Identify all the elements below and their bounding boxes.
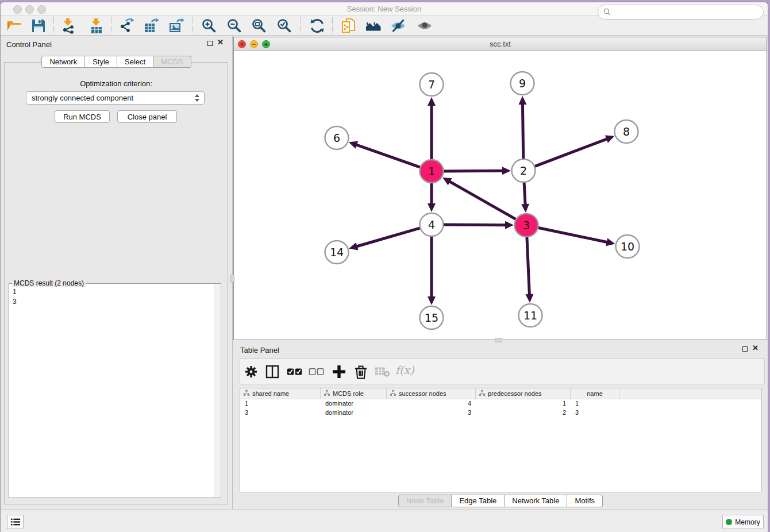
memory-status-icon <box>726 519 732 525</box>
hide-selected-icon[interactable] <box>390 18 406 34</box>
close-table-panel-icon[interactable]: ✕ <box>752 344 759 352</box>
panel-splitter-handle[interactable] <box>230 275 234 282</box>
optimization-criterion-value: strongly connected component <box>32 94 133 102</box>
node-label-9: 9 <box>519 77 526 90</box>
table-row[interactable]: 1dominator411 <box>240 399 761 408</box>
control-panel: Control Panel ✕ NetworkStyleSelectMCDS O… <box>1 36 233 509</box>
network-window-titlebar[interactable]: × − + scc.txt <box>234 37 767 51</box>
zoom-out-icon[interactable] <box>226 18 242 34</box>
edge-3-11[interactable] <box>527 236 530 296</box>
save-session-icon[interactable] <box>30 18 47 34</box>
run-mcds-button[interactable]: Run MCDS <box>55 110 110 123</box>
memory-label: Memory <box>735 518 760 526</box>
control-panel-tabs: NetworkStyleSelectMCDS <box>1 56 232 68</box>
import-table-icon[interactable] <box>88 18 105 34</box>
search-field[interactable] <box>598 5 764 20</box>
zoom-in-icon[interactable] <box>201 18 217 34</box>
select-all-rows-icon[interactable] <box>287 364 303 380</box>
cell: 1 <box>476 399 571 408</box>
table-panel-title: Table Panel <box>240 346 279 354</box>
column-header-shared-name[interactable]: shared name <box>240 388 321 399</box>
column-header-MCDS-role[interactable]: MCDS role <box>321 388 387 399</box>
import-network-icon[interactable] <box>60 18 76 34</box>
gear-icon[interactable] <box>243 364 259 380</box>
column-header-predecessor-nodes[interactable]: predecessor nodes <box>476 388 571 399</box>
control-panel-header: Control Panel ✕ <box>1 36 232 53</box>
node-table[interactable]: shared nameMCDS rolesuccessor nodesprede… <box>240 388 762 492</box>
new-network-from-selection-icon[interactable] <box>341 18 357 34</box>
column-label: shared name <box>252 390 289 397</box>
close-panel-button[interactable]: Close panel <box>117 110 177 123</box>
node-label-1: 1 <box>428 165 435 178</box>
refresh-icon[interactable] <box>309 18 325 34</box>
edge-2-9[interactable] <box>522 103 523 160</box>
deselect-all-rows-icon[interactable] <box>309 364 325 380</box>
cell: dominator <box>321 408 387 418</box>
network-graph[interactable]: 1234678910111415 <box>234 51 767 340</box>
float-panel-icon[interactable] <box>207 41 213 46</box>
tab-edge-table[interactable]: Edge Table <box>452 495 505 507</box>
add-column-icon[interactable] <box>331 364 347 380</box>
node-label-15: 15 <box>425 311 438 324</box>
column-header-name[interactable]: name <box>571 388 619 399</box>
first-neighbors-icon[interactable] <box>365 18 382 34</box>
node-label-4: 4 <box>428 218 435 231</box>
node-label-8: 8 <box>623 125 630 138</box>
edge-3-1[interactable] <box>449 181 518 220</box>
edge-4-14[interactable] <box>356 228 422 246</box>
column-label: name <box>587 390 603 397</box>
delete-row-icon[interactable] <box>353 364 369 380</box>
status-bar: Memory <box>1 509 768 532</box>
split-columns-icon[interactable] <box>264 364 280 380</box>
cell: 1 <box>571 399 619 408</box>
table-splitter-handle[interactable] <box>495 338 502 342</box>
edge-1-2[interactable] <box>442 171 504 171</box>
optimization-criterion-label: Optimization criterion: <box>5 79 228 88</box>
arrowhead-4-15 <box>428 296 436 305</box>
arrowhead-2-3 <box>521 204 529 213</box>
tab-style[interactable]: Style <box>85 56 117 68</box>
cell: 1 <box>240 399 321 408</box>
edge-1-6[interactable] <box>355 144 422 168</box>
task-history-button[interactable] <box>7 515 24 529</box>
cell: dominator <box>321 399 387 408</box>
result-scrollbar[interactable] <box>214 284 220 497</box>
tab-select[interactable]: Select <box>117 56 153 68</box>
export-image-icon[interactable] <box>168 18 184 34</box>
export-network-icon[interactable] <box>118 18 134 34</box>
tab-motifs[interactable]: Motifs <box>567 495 603 507</box>
export-table-icon[interactable] <box>143 18 159 34</box>
network-window-title: scc.txt <box>234 40 767 48</box>
optimization-criterion-select[interactable]: strongly connected component <box>26 91 205 105</box>
table-row[interactable]: 3dominator323 <box>240 408 761 418</box>
zoom-fit-icon[interactable] <box>251 18 267 34</box>
close-panel-icon[interactable]: ✕ <box>217 38 224 47</box>
table-toolbar: f(x) <box>240 358 765 384</box>
edge-3-10[interactable] <box>537 228 609 242</box>
edge-2-3[interactable] <box>524 181 525 206</box>
tab-network[interactable]: Network <box>41 56 85 68</box>
search-input[interactable] <box>612 8 763 17</box>
mcds-panel: Optimization criterion: strongly connect… <box>4 62 228 504</box>
arrowhead-4-3 <box>505 221 514 229</box>
float-table-panel-icon[interactable] <box>742 346 748 352</box>
edge-2-8[interactable] <box>533 138 608 167</box>
tab-network-table[interactable]: Network Table <box>505 495 567 507</box>
cell: 4 <box>387 399 476 408</box>
open-session-icon[interactable] <box>6 18 22 34</box>
tab-mcds[interactable]: MCDS <box>153 56 191 68</box>
zoom-selected-icon[interactable] <box>276 18 292 34</box>
function-builder-icon: f(x) <box>395 364 411 380</box>
show-all-icon[interactable] <box>417 18 433 34</box>
mcds-result-box: MCDS result (2 nodes) 1 3 <box>9 283 221 498</box>
column-label: MCDS role <box>333 390 364 397</box>
tab-node-table[interactable]: Node Table <box>398 495 452 507</box>
toolbar-separator <box>332 17 333 34</box>
network-canvas[interactable]: 1234678910111415 <box>234 51 767 340</box>
edge-4-3[interactable] <box>442 225 507 225</box>
arrowhead-3-11 <box>525 294 533 303</box>
column-label: predecessor nodes <box>488 390 542 397</box>
column-header-successor-nodes[interactable]: successor nodes <box>387 388 476 399</box>
memory-button[interactable]: Memory <box>722 515 764 529</box>
arrowhead-1-2 <box>502 167 511 175</box>
